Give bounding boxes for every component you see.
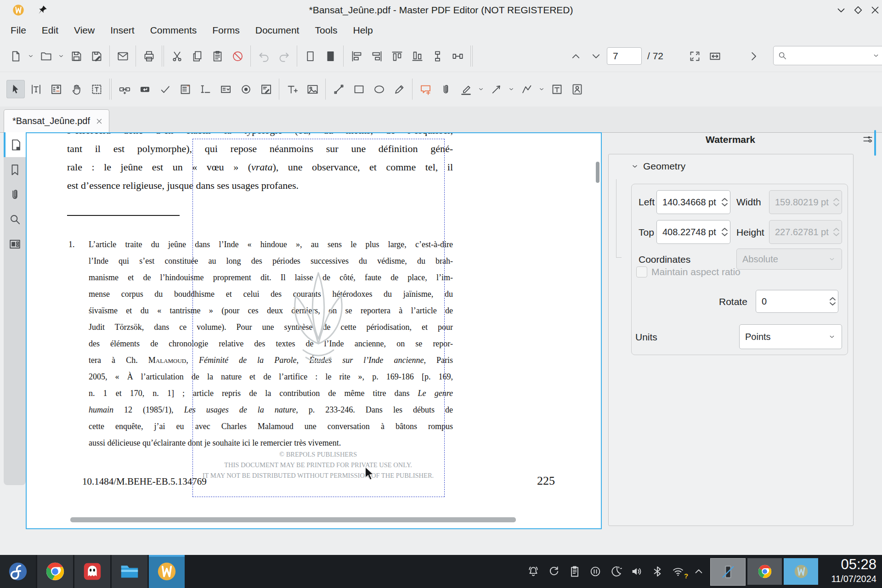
document-view[interactable]: s’efforcera donc d’en établir la typolog… [26, 132, 602, 529]
masterpdf-taskbar-button[interactable] [149, 555, 185, 588]
menu-help[interactable]: Help [345, 22, 380, 39]
callout-tool-button[interactable] [548, 80, 566, 98]
window-preview-3[interactable] [784, 558, 818, 585]
top-field[interactable] [656, 220, 730, 244]
watermark-selection-box[interactable] [192, 139, 445, 497]
bell-button[interactable] [526, 565, 540, 578]
minimize-button[interactable] [835, 4, 847, 16]
listbox-tool-button[interactable] [176, 80, 194, 98]
highlighter-button[interactable] [457, 80, 475, 98]
email-button[interactable] [113, 47, 132, 65]
files-app-taskbar-button[interactable] [112, 555, 147, 588]
top-spinner[interactable] [721, 220, 728, 243]
paste-button[interactable] [208, 47, 226, 65]
distribute-v-button[interactable] [428, 47, 447, 65]
person-card-button[interactable] [568, 80, 586, 98]
cut-button[interactable] [168, 47, 186, 65]
units-select[interactable]: Points [739, 324, 842, 349]
expand-tray-button[interactable] [692, 565, 706, 578]
chevron-down-small-button[interactable] [477, 80, 485, 98]
note-add-button[interactable] [416, 80, 435, 98]
combo-tool-button[interactable] [216, 80, 235, 98]
add-image-button[interactable] [303, 80, 322, 98]
maintain-aspect-checkbox[interactable] [636, 266, 647, 277]
night-button[interactable] [609, 565, 623, 578]
pages-nav-button[interactable] [4, 132, 26, 157]
align-bottom-button[interactable] [408, 47, 426, 65]
menu-tools[interactable]: Tools [307, 22, 345, 39]
window-preview-2[interactable] [747, 558, 782, 585]
close-button[interactable] [869, 4, 881, 16]
menu-edit[interactable]: Edit [34, 22, 66, 39]
chevron-down-small-button[interactable] [27, 47, 35, 65]
left-spinner[interactable] [721, 191, 728, 214]
folder-open-button[interactable] [37, 47, 55, 65]
search-dropdown-icon[interactable] [872, 51, 880, 60]
delete-button[interactable] [228, 47, 247, 65]
page-number-input[interactable] [607, 47, 642, 65]
radio-tool-button[interactable] [237, 80, 255, 98]
top-input[interactable] [657, 227, 721, 237]
clipboard-tray-button[interactable] [568, 565, 582, 578]
ghost-taskbar-button[interactable] [74, 555, 110, 588]
props-nav-button[interactable] [4, 232, 26, 256]
window-preview-1[interactable] [710, 558, 746, 586]
hand-button[interactable] [67, 80, 85, 98]
fit-width-button[interactable] [706, 47, 724, 65]
page-filled-button[interactable] [321, 47, 339, 65]
rotate-input[interactable] [756, 296, 829, 307]
chrome-taskbar-button[interactable] [37, 555, 73, 588]
pause-tray-button[interactable] [588, 565, 602, 578]
wifi-button[interactable] [671, 565, 685, 578]
add-text-button[interactable] [283, 80, 301, 98]
fit-visible-button[interactable] [685, 47, 704, 65]
undo-button[interactable] [254, 47, 273, 65]
attach-nav-button[interactable] [4, 182, 26, 207]
save-button[interactable] [67, 47, 85, 65]
file-new-button[interactable] [6, 47, 25, 65]
menu-file[interactable]: File [3, 22, 34, 39]
clock[interactable]: 05:28 11/07/2024 [831, 557, 876, 584]
search-box[interactable] [773, 46, 882, 65]
align-right-button[interactable] [368, 47, 386, 65]
copy-button[interactable] [188, 47, 206, 65]
bookmarks-nav-button[interactable] [4, 157, 26, 182]
signature-tool-button[interactable] [257, 80, 275, 98]
select-arrow-button[interactable] [6, 80, 25, 98]
sync-button[interactable] [547, 565, 561, 578]
edit-forms-button[interactable] [47, 80, 65, 98]
rotate-spinner[interactable] [829, 290, 836, 312]
align-left-button[interactable] [347, 47, 366, 65]
arrow-tool-button[interactable] [487, 80, 505, 98]
bluetooth-button[interactable] [650, 565, 664, 578]
left-field[interactable] [656, 190, 730, 214]
pencil-tool-button[interactable] [390, 80, 408, 98]
left-input[interactable] [657, 197, 721, 208]
search-nav-button[interactable] [4, 207, 26, 232]
textfield-tool-button[interactable] [196, 80, 215, 98]
chevron-down-small-button[interactable] [57, 47, 65, 65]
chevron-down-small-button[interactable] [507, 80, 515, 98]
rotate-field[interactable] [756, 290, 838, 313]
line-tool-button[interactable] [329, 80, 348, 98]
menu-document[interactable]: Document [248, 22, 307, 39]
horizontal-scrollbar[interactable] [70, 517, 516, 522]
tab-close-icon[interactable] [95, 117, 103, 125]
checkbox-tool-button[interactable] [156, 80, 174, 98]
chevron-down-small-button[interactable] [537, 80, 546, 98]
rect-tool-button[interactable] [350, 80, 368, 98]
edit-object-button[interactable] [87, 80, 106, 98]
chevron-up-button[interactable] [566, 47, 585, 65]
chevron-right-button[interactable] [744, 47, 763, 65]
distribute-h-button[interactable] [448, 47, 467, 65]
panel-settings-icon[interactable] [862, 133, 874, 145]
attach-button[interactable] [436, 80, 455, 98]
fedora-taskbar-button[interactable] [0, 555, 36, 588]
maximize-button[interactable] [852, 4, 864, 16]
push-button-button[interactable] [136, 80, 154, 98]
print-button[interactable] [140, 47, 158, 65]
menu-view[interactable]: View [66, 22, 102, 39]
ellipse-tool-button[interactable] [370, 80, 388, 98]
menu-forms[interactable]: Forms [204, 22, 248, 39]
edit-text-button[interactable] [27, 80, 45, 98]
